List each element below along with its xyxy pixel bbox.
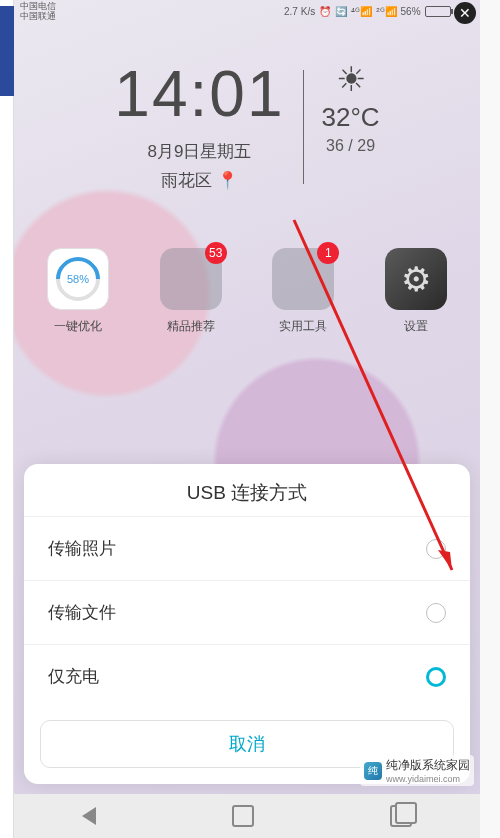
option-charge-only[interactable]: 仅充电: [24, 644, 470, 708]
watermark-logo-icon: 纯: [364, 762, 382, 780]
carrier-1: 中国电信: [20, 1, 56, 11]
option-label: 传输文件: [48, 601, 116, 624]
usb-connection-sheet: USB 连接方式 传输照片 传输文件 仅充电 取消: [24, 464, 470, 784]
close-icon: ✕: [459, 5, 471, 21]
clock-time: 14:01: [114, 62, 284, 126]
home-button[interactable]: [232, 805, 254, 827]
signal-2g-icon: ²ᴳ📶: [376, 6, 396, 17]
watermark-brand: 纯净版系统家园: [386, 758, 470, 772]
sheet-title: USB 连接方式: [24, 480, 470, 516]
phone-screenshot: ✕ 中国电信 中国联通 2.7 K/s ⏰ 🔄 ⁴ᴳ📶 ²ᴳ📶 56% 14:0…: [14, 0, 480, 838]
sync-icon: 🔄: [335, 6, 347, 17]
optimize-icon: 58%: [47, 248, 109, 310]
option-label: 传输照片: [48, 537, 116, 560]
badge: 53: [205, 242, 227, 264]
app-folder-featured[interactable]: 53 精品推荐: [149, 248, 233, 335]
radio-unchecked-icon: [426, 539, 446, 559]
app-optimize[interactable]: 58% 一键优化: [36, 248, 120, 335]
option-transfer-files[interactable]: 传输文件: [24, 580, 470, 644]
location-icon: 📍: [217, 171, 238, 190]
alarm-icon: ⏰: [319, 6, 331, 17]
app-label: 一键优化: [36, 318, 120, 335]
status-bar: 中国电信 中国联通 2.7 K/s ⏰ 🔄 ⁴ᴳ📶 ²ᴳ📶 56% 14:0: [14, 0, 480, 22]
close-button[interactable]: ✕: [454, 2, 476, 24]
option-label: 仅充电: [48, 665, 99, 688]
net-speed: 2.7 K/s: [284, 6, 315, 17]
gear-icon: ⚙: [385, 248, 447, 310]
battery-percent: 56%: [401, 6, 421, 17]
clock-weather-widget[interactable]: 14:01 8月9日星期五 雨花区 📍 ☀ 32°C 36 / 29: [37, 62, 456, 192]
watermark: 纯 纯净版系统家园 www.yidaimei.com: [360, 755, 474, 786]
badge: 1: [317, 242, 339, 264]
carrier-2: 中国联通: [20, 11, 56, 21]
watermark-url: www.yidaimei.com: [386, 774, 470, 784]
clock-date: 8月9日星期五: [114, 140, 284, 163]
back-button[interactable]: [82, 807, 96, 825]
app-dock: 58% 一键优化 53 精品推荐 1 实用工具 ⚙ 设置: [14, 248, 480, 335]
app-label: 设置: [374, 318, 458, 335]
recents-button[interactable]: [390, 805, 412, 827]
signal-4g-icon: ⁴ᴳ📶: [351, 6, 372, 17]
battery-icon: [425, 6, 451, 17]
clock-location: 雨花区: [161, 171, 212, 190]
navigation-bar: [14, 794, 480, 838]
option-transfer-photos[interactable]: 传输照片: [24, 516, 470, 580]
weather-temp: 32°C: [322, 102, 380, 133]
app-label: 实用工具: [261, 318, 345, 335]
app-folder-tools[interactable]: 1 实用工具: [261, 248, 345, 335]
app-label: 精品推荐: [149, 318, 233, 335]
weather-range: 36 / 29: [322, 137, 380, 155]
radio-checked-icon: [426, 667, 446, 687]
weather-icon: ☀: [322, 62, 380, 96]
radio-unchecked-icon: [426, 603, 446, 623]
app-settings[interactable]: ⚙ 设置: [374, 248, 458, 335]
